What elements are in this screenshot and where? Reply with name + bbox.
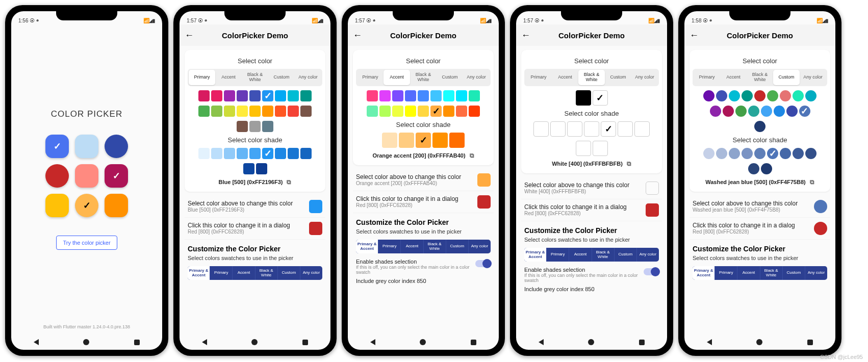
color-swatch[interactable] (550, 121, 566, 137)
color-swatch[interactable] (275, 106, 286, 117)
color-swatch[interactable] (237, 90, 248, 101)
segment-item[interactable]: Any color (805, 266, 827, 280)
color-swatch[interactable] (430, 90, 442, 101)
nav-back-icon[interactable] (202, 339, 207, 345)
swatch-tab[interactable]: Black &White (747, 70, 773, 85)
swatch-tab[interactable]: Custom (773, 70, 800, 85)
segment-item[interactable]: Accent (737, 266, 760, 280)
nav-home-icon[interactable] (756, 339, 762, 345)
color-swatch[interactable] (249, 106, 261, 117)
swatch-tab[interactable]: Primary (189, 70, 215, 85)
color-swatch[interactable] (742, 90, 753, 101)
nav-recent-icon[interactable] (639, 340, 645, 345)
row-color-preview[interactable] (309, 222, 322, 235)
picker-row[interactable]: Click this color to change it in a dialo… (521, 199, 662, 221)
swatch-tab[interactable]: Custom (268, 70, 295, 85)
swatch-tab[interactable]: Any color (463, 70, 490, 85)
swatch-tab[interactable]: Any color (631, 70, 658, 85)
color-swatch[interactable] (262, 90, 273, 101)
color-swatch[interactable] (443, 90, 454, 101)
color-swatch[interactable] (593, 141, 608, 156)
color-swatch[interactable] (793, 90, 804, 101)
color-swatch[interactable] (432, 133, 448, 148)
color-swatch[interactable] (249, 90, 261, 101)
color-swatch[interactable] (805, 148, 816, 159)
segment-item[interactable]: Primary (210, 266, 233, 280)
swatch-tab[interactable]: Accent (552, 70, 578, 85)
swatch-tab[interactable]: Primary (694, 70, 720, 85)
color-swatch[interactable] (288, 106, 299, 117)
color-swatch[interactable] (780, 148, 791, 159)
color-swatch[interactable] (392, 106, 403, 117)
color-swatch[interactable] (533, 121, 549, 137)
color-swatch[interactable] (780, 90, 791, 101)
color-swatch[interactable] (456, 90, 467, 101)
color-swatch[interactable] (601, 121, 616, 137)
color-swatch[interactable] (567, 121, 582, 137)
color-swatch[interactable] (716, 148, 727, 159)
color-swatch[interactable] (443, 106, 454, 117)
color-swatch[interactable] (618, 121, 633, 137)
color-swatch[interactable] (224, 90, 235, 101)
bw-swatch[interactable] (593, 90, 608, 106)
picker-row[interactable]: Select color above to change this colorW… (690, 196, 830, 218)
copy-icon[interactable]: ⧉ (810, 178, 814, 186)
color-swatch[interactable] (418, 106, 429, 117)
color-swatch[interactable] (300, 90, 312, 101)
segment-item[interactable]: Custom (446, 240, 469, 254)
color-swatch[interactable] (703, 90, 714, 101)
color-swatch[interactable] (249, 121, 261, 132)
color-swatch[interactable] (735, 106, 747, 117)
segment-item[interactable]: Any color (469, 240, 491, 254)
nav-back-icon[interactable] (707, 339, 712, 345)
swatch-tab[interactable]: Primary (525, 70, 552, 85)
color-swatch[interactable] (243, 163, 254, 174)
color-swatch[interactable] (198, 90, 210, 101)
color-swatch[interactable] (211, 148, 222, 159)
color-swatch[interactable] (767, 90, 778, 101)
color-swatch[interactable] (418, 90, 429, 101)
color-swatch[interactable] (469, 90, 480, 101)
shades-toggle[interactable] (475, 260, 491, 267)
nav-recent-icon[interactable] (302, 340, 308, 345)
color-swatch[interactable] (793, 148, 804, 159)
color-swatch[interactable] (456, 106, 467, 117)
color-swatch[interactable] (249, 148, 261, 159)
color-swatch[interactable] (754, 90, 765, 101)
color-swatch[interactable] (799, 106, 810, 117)
color-swatch[interactable] (703, 148, 714, 159)
color-swatch[interactable] (256, 163, 267, 174)
nav-home-icon[interactable] (420, 339, 426, 345)
segment-item[interactable]: Primary &Accent (524, 248, 547, 262)
segment-item[interactable]: Primary &Accent (188, 266, 210, 280)
nav-recent-icon[interactable] (134, 340, 140, 345)
color-swatch[interactable] (399, 133, 414, 148)
color-swatch[interactable] (754, 148, 765, 159)
color-swatch[interactable] (237, 106, 248, 117)
row-color-preview[interactable] (646, 203, 659, 217)
row-color-preview[interactable] (646, 182, 659, 195)
color-swatch[interactable] (367, 106, 378, 117)
home-swatch[interactable] (105, 135, 128, 158)
color-swatch[interactable] (300, 106, 312, 117)
color-swatch[interactable] (382, 133, 397, 148)
color-swatch[interactable] (723, 106, 734, 117)
color-swatch[interactable] (262, 106, 273, 117)
swatch-tab[interactable]: Accent (215, 70, 242, 85)
home-swatch[interactable] (45, 194, 69, 217)
color-swatch[interactable] (262, 148, 273, 159)
color-swatch[interactable] (748, 163, 759, 174)
home-swatch[interactable] (75, 194, 98, 217)
home-swatch[interactable] (105, 194, 128, 217)
color-swatch[interactable] (584, 121, 599, 137)
picker-row[interactable]: Select color above to change this colorW… (521, 177, 662, 199)
home-swatch[interactable] (45, 135, 69, 158)
color-swatch[interactable] (416, 133, 431, 148)
color-swatch[interactable] (379, 106, 391, 117)
color-swatch[interactable] (224, 148, 235, 159)
swatch-tab[interactable]: Any color (800, 70, 826, 85)
bw-swatch[interactable] (576, 90, 591, 106)
color-swatch[interactable] (761, 163, 772, 174)
nav-recent-icon[interactable] (471, 340, 476, 345)
color-swatch[interactable] (237, 148, 248, 159)
